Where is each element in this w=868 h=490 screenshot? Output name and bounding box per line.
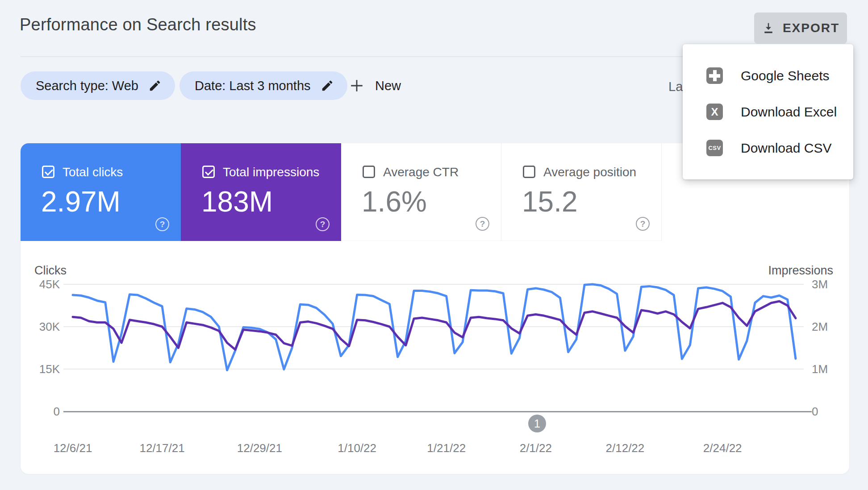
search-type-chip[interactable]: Search type: Web <box>21 71 175 100</box>
metric-card-total-clicks[interactable]: Total clicks 2.97M ? <box>21 143 181 241</box>
menu-item-label: Google Sheets <box>741 68 829 83</box>
edit-pencil-icon[interactable] <box>321 79 334 92</box>
metric-value: 183M <box>201 185 273 218</box>
checkbox-checked-icon[interactable] <box>202 166 215 178</box>
metric-label: Average CTR <box>383 165 459 179</box>
performance-report-page: Performance on Search results Search typ… <box>0 0 868 490</box>
performance-panel: Total clicks 2.97M ? Total impressions 1… <box>21 143 849 474</box>
metric-label: Total impressions <box>223 165 319 179</box>
checkbox-unchecked-icon[interactable] <box>363 166 375 178</box>
clicks-impressions-line-chart <box>63 250 804 419</box>
metric-label: Total clicks <box>63 165 123 179</box>
metric-card-average-ctr[interactable]: Average CTR 1.6% ? <box>341 143 501 241</box>
export-button[interactable]: EXPORT <box>754 12 847 44</box>
y-axis-tick-label: 0 <box>812 405 847 418</box>
sheets-cross-icon <box>706 67 723 84</box>
left-axis-title: Clicks <box>34 264 67 278</box>
checkbox-unchecked-icon[interactable] <box>523 166 535 178</box>
metric-card-average-position[interactable]: Average position 15.2 ? <box>501 143 662 241</box>
x-axis-label: 12/6/21 <box>46 441 100 455</box>
x-axis-label: 2/12/22 <box>598 441 652 455</box>
help-question-icon[interactable]: ? <box>155 217 169 231</box>
x-axis-label: 2/1/22 <box>509 441 563 455</box>
checkbox-checked-icon[interactable] <box>42 166 54 178</box>
export-button-label: EXPORT <box>783 21 839 35</box>
pagination-page-badge[interactable]: 1 <box>528 415 546 432</box>
y-axis-tick-label: 3M <box>812 278 847 291</box>
x-axis-label: 1/10/22 <box>330 441 384 455</box>
x-axis-label: 12/29/21 <box>233 441 286 455</box>
menu-item-download-excel[interactable]: X Download Excel <box>683 94 853 130</box>
page-title: Performance on Search results <box>20 15 256 34</box>
menu-item-download-csv[interactable]: CSV Download CSV <box>683 130 853 166</box>
x-axis-label: 12/17/21 <box>135 441 189 455</box>
x-axis-label: 1/21/22 <box>420 441 473 455</box>
csv-badge-icon: CSV <box>706 140 723 156</box>
export-dropdown-menu: Google Sheets X Download Excel CSV Downl… <box>683 44 853 179</box>
y-axis-tick-label: 0 <box>31 405 60 418</box>
metric-value: 2.97M <box>41 185 121 218</box>
menu-item-google-sheets[interactable]: Google Sheets <box>683 58 853 94</box>
metric-card-total-impressions[interactable]: Total impressions 183M ? <box>181 143 341 241</box>
new-filter-button[interactable]: New <box>349 71 401 100</box>
help-question-icon[interactable]: ? <box>316 217 330 231</box>
help-question-icon[interactable]: ? <box>476 217 489 231</box>
menu-item-label: Download Excel <box>741 104 837 120</box>
search-type-chip-label: Search type: Web <box>36 79 138 93</box>
edit-pencil-icon[interactable] <box>148 79 162 92</box>
plus-icon <box>349 78 364 93</box>
download-icon <box>762 21 775 35</box>
y-axis-tick-label: 15K <box>31 362 60 376</box>
x-axis-label: 2/24/22 <box>696 441 749 455</box>
date-range-chip-label: Date: Last 3 months <box>195 79 311 93</box>
letter-x-icon: X <box>706 104 723 120</box>
y-axis-tick-label: 2M <box>812 320 847 333</box>
metric-value: 1.6% <box>362 185 427 218</box>
y-axis-tick-label: 1M <box>812 362 847 376</box>
metric-value: 15.2 <box>522 185 578 218</box>
menu-item-label: Download CSV <box>741 141 831 156</box>
new-filter-label: New <box>375 79 401 93</box>
y-axis-tick-label: 45K <box>31 278 60 291</box>
help-question-icon[interactable]: ? <box>636 217 650 231</box>
metric-label: Average position <box>543 165 636 179</box>
line-series-impressions <box>73 301 796 349</box>
date-range-chip[interactable]: Date: Last 3 months <box>179 71 347 100</box>
last-updated-text-truncated: La <box>668 79 683 96</box>
y-axis-tick-label: 30K <box>31 320 60 333</box>
